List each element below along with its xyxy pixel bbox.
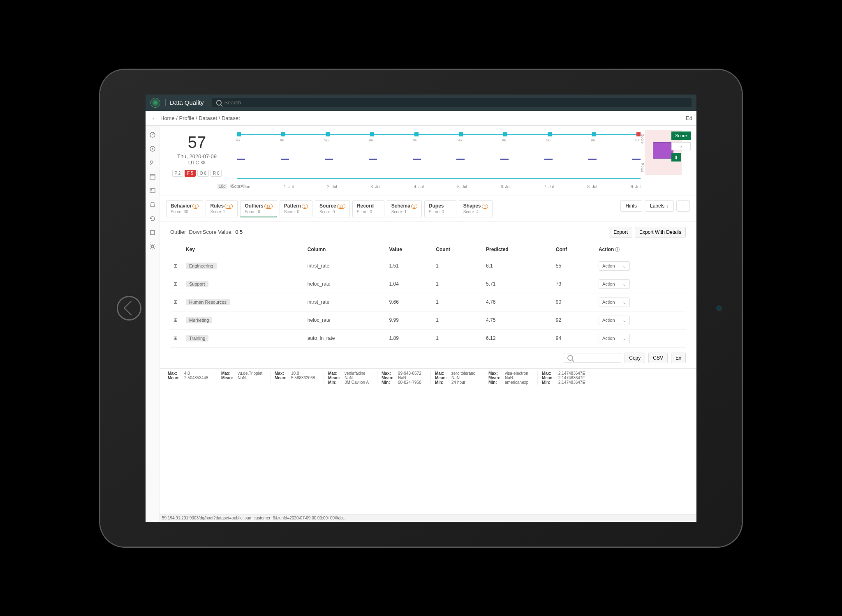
chart-point[interactable]: 96 bbox=[326, 132, 330, 136]
svg-point-5 bbox=[151, 189, 152, 190]
nav-calendar-icon[interactable] bbox=[149, 173, 156, 180]
timeline-chart[interactable]: 96969696969696969657 Score Rows Score › … bbox=[233, 130, 690, 191]
downscore-value: 0.5 bbox=[235, 229, 243, 235]
nav-dashboard-icon[interactable] bbox=[149, 132, 156, 138]
tab-outliers[interactable]: Outliers12 Score: 6 bbox=[240, 200, 277, 217]
chart-point[interactable]: 96 bbox=[592, 132, 596, 136]
key-chip[interactable]: Engineering bbox=[186, 263, 217, 269]
action-select[interactable]: Action bbox=[599, 334, 630, 343]
tablet-home-button[interactable] bbox=[117, 296, 141, 321]
sidebar-toggle-icon[interactable]: › bbox=[150, 115, 157, 121]
csv-button[interactable]: CSV bbox=[648, 353, 668, 363]
key-chip[interactable]: Support bbox=[186, 281, 208, 287]
chart-bar bbox=[544, 159, 553, 160]
key-chip[interactable]: Training bbox=[186, 335, 208, 341]
filter-o[interactable]: O 0 bbox=[197, 170, 209, 177]
row-expand-icon[interactable]: ⊞ bbox=[170, 293, 183, 311]
nav-bell-icon[interactable] bbox=[149, 201, 156, 208]
svg-point-2 bbox=[152, 148, 153, 149]
action-select[interactable]: Action bbox=[599, 298, 630, 307]
chart-point[interactable]: 96 bbox=[237, 132, 241, 136]
search-input[interactable] bbox=[224, 99, 687, 106]
col-column[interactable]: Column bbox=[304, 242, 386, 257]
chart-bar bbox=[281, 159, 289, 160]
chart-x-tick: 8. Jul bbox=[588, 185, 597, 189]
stat-column: Max:10.0Mean:5.588362068 bbox=[271, 371, 324, 385]
app-header: Data Quality bbox=[146, 95, 696, 111]
col-conf[interactable]: Conf bbox=[553, 242, 595, 257]
chart-x-tick: 2. Jul bbox=[327, 185, 337, 189]
tab-shapes[interactable]: Shapes4 Score: 4 bbox=[459, 200, 493, 217]
stat-column: Max:4.0Mean:2.504353448 bbox=[164, 371, 217, 385]
tab-pattern[interactable]: Pattern1 Score: 0 bbox=[280, 200, 312, 217]
key-chip[interactable]: Human Resources bbox=[186, 299, 230, 305]
legend-rows[interactable]: ▮ bbox=[671, 153, 681, 161]
svg-point-7 bbox=[151, 245, 154, 248]
app-title: Data Quality bbox=[165, 99, 204, 106]
labels-button[interactable]: Labels ↓ bbox=[645, 200, 674, 212]
tab-behavior[interactable]: Behavior1 Score: 30 bbox=[166, 200, 203, 217]
excel-button[interactable]: Ex bbox=[671, 353, 686, 363]
chart-point[interactable]: 96 bbox=[414, 132, 419, 136]
chart-x-tick: 3. Jul bbox=[370, 185, 380, 189]
col-key[interactable]: Key bbox=[183, 242, 304, 257]
tab-record[interactable]: Record Score: 0 bbox=[352, 200, 384, 217]
tab-rules[interactable]: Rules42 Score: 2 bbox=[206, 200, 238, 217]
metric-tabs: Behavior1 Score: 30 Rules42 Score: 2 Out… bbox=[160, 196, 696, 222]
nav-box-icon[interactable] bbox=[149, 229, 156, 236]
chart-bar bbox=[632, 159, 641, 160]
filter-f[interactable]: F 5 bbox=[185, 170, 195, 177]
row-expand-icon[interactable]: ⊞ bbox=[170, 275, 183, 293]
score-date: Thu, 2020-07-09 UTC ⚙ bbox=[168, 153, 226, 166]
column-stats-row: Max:4.0Mean:2.504353448Max:vu.de.Tripple… bbox=[160, 368, 696, 387]
stat-column: Max:venlafaxineMean:NaNMin:3M Cavilon A bbox=[324, 371, 377, 385]
export-details-button[interactable]: Export With Details bbox=[635, 227, 686, 238]
action-select[interactable]: Action bbox=[599, 261, 630, 271]
nav-gear-icon[interactable] bbox=[149, 243, 156, 250]
chart-point[interactable]: 96 bbox=[548, 132, 552, 136]
nav-image-icon[interactable] bbox=[149, 187, 156, 194]
row-expand-icon[interactable]: ⊞ bbox=[170, 329, 183, 347]
row-expand-icon[interactable]: ⊞ bbox=[170, 311, 183, 329]
stat-column: Max:99-943-8572Mean:NaNMin:00-024-7950 bbox=[377, 371, 431, 385]
legend-score[interactable]: Score bbox=[671, 132, 691, 140]
row-expand-icon[interactable]: ⊞ bbox=[170, 257, 183, 275]
chart-point[interactable]: 96 bbox=[503, 132, 507, 136]
chart-point[interactable]: 57 bbox=[636, 132, 641, 136]
chart-ylabel-score: Score bbox=[641, 134, 645, 144]
chart-range-selector[interactable]: 10d 45d All bbox=[217, 184, 247, 189]
tab-dupes[interactable]: Dupes Score: 0 bbox=[424, 200, 456, 217]
more-button[interactable]: T bbox=[676, 200, 690, 212]
legend-expand-icon[interactable]: › bbox=[671, 142, 691, 150]
tab-schema[interactable]: Schema1 Score: 1 bbox=[387, 200, 422, 217]
chart-point[interactable]: 96 bbox=[459, 132, 463, 136]
edit-button[interactable]: Ed bbox=[686, 115, 692, 121]
hints-button[interactable]: Hints bbox=[620, 200, 642, 212]
key-chip[interactable]: Marketing bbox=[186, 317, 212, 323]
outlier-table: Key Column Value Count Predicted Conf Ac… bbox=[160, 242, 696, 348]
table-search[interactable] bbox=[564, 353, 621, 363]
chart-x-tick: 1. Jul bbox=[284, 185, 294, 189]
breadcrumb[interactable]: Home / Profile / Dataset / Dataset bbox=[160, 115, 240, 121]
chart-point[interactable]: 96 bbox=[370, 132, 374, 136]
action-select[interactable]: Action bbox=[599, 279, 630, 289]
nav-compass-icon[interactable] bbox=[149, 145, 156, 152]
stat-column: Max:vu.de.TrippletMean:NaN bbox=[217, 371, 271, 385]
action-select[interactable]: Action bbox=[599, 316, 630, 325]
svg-rect-4 bbox=[150, 189, 155, 193]
tab-source[interactable]: Source11 Score: 0 bbox=[315, 200, 350, 217]
col-action[interactable]: Actionⓘ bbox=[595, 242, 686, 257]
filter-p[interactable]: P 2 bbox=[172, 170, 183, 177]
col-value[interactable]: Value bbox=[386, 242, 433, 257]
chart-point[interactable]: 96 bbox=[281, 132, 285, 136]
col-count[interactable]: Count bbox=[433, 242, 483, 257]
chart-x-tick: 5. Jul bbox=[457, 185, 467, 189]
global-search[interactable] bbox=[212, 98, 692, 107]
filter-r[interactable]: R 0 bbox=[210, 170, 222, 177]
svg-rect-3 bbox=[150, 175, 155, 179]
copy-button[interactable]: Copy bbox=[625, 353, 645, 363]
nav-wrench-icon[interactable] bbox=[149, 159, 156, 166]
col-predicted[interactable]: Predicted bbox=[483, 242, 553, 257]
export-button[interactable]: Export bbox=[609, 227, 632, 238]
nav-refresh-icon[interactable] bbox=[149, 215, 156, 222]
